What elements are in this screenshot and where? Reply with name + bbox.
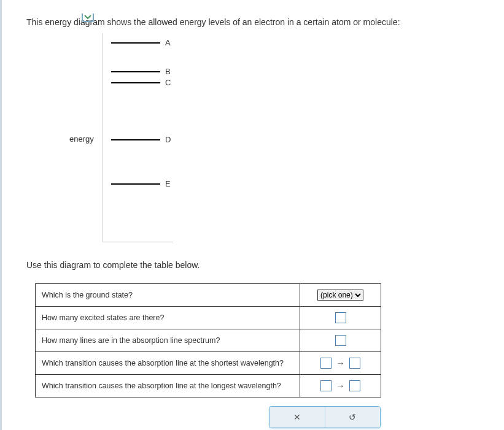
- expand-chevron[interactable]: [82, 13, 94, 22]
- answer-2: [300, 307, 381, 329]
- table-row: Which transition causes the absorption l…: [36, 352, 381, 375]
- close-icon: ✕: [293, 412, 301, 422]
- level-d-line: [111, 139, 160, 140]
- table-row: Which is the ground state? (pick one): [36, 284, 381, 307]
- lines-count-input[interactable]: [335, 335, 346, 346]
- level-a-line: [111, 42, 160, 44]
- level-e-label: E: [165, 179, 171, 188]
- level-c-label: C: [165, 78, 171, 87]
- question-3: How many lines are in the absorption lin…: [36, 329, 300, 352]
- axis-label: energy: [69, 134, 94, 144]
- longest-from-input[interactable]: [320, 380, 331, 391]
- table-row: Which transition causes the absorption l…: [36, 375, 381, 397]
- table-row: How many excited states are there?: [36, 307, 381, 329]
- arrow-icon: →: [336, 358, 345, 368]
- level-a-label: A: [165, 38, 171, 47]
- level-b-label: B: [165, 67, 171, 76]
- table-row: How many lines are in the absorption lin…: [36, 329, 381, 352]
- level-d-label: D: [165, 135, 171, 144]
- answer-1: (pick one): [300, 284, 381, 307]
- shortest-to-input[interactable]: [349, 358, 360, 369]
- level-b-line: [111, 71, 160, 72]
- reset-icon: ↺: [349, 412, 356, 422]
- level-e-line: [111, 183, 160, 185]
- answer-4: →: [300, 352, 381, 375]
- longest-to-input[interactable]: [349, 380, 360, 391]
- question-5: Which transition causes the absorption l…: [36, 375, 300, 397]
- excited-states-input[interactable]: [335, 312, 346, 323]
- action-buttons: ✕ ↺: [269, 406, 381, 428]
- sub-intro-text: Use this diagram to complete the table b…: [26, 260, 479, 270]
- answer-3: [300, 329, 381, 352]
- shortest-from-input[interactable]: [320, 358, 331, 369]
- x-axis: [103, 242, 173, 242]
- ground-state-select[interactable]: (pick one): [317, 290, 363, 301]
- level-c-line: [111, 82, 160, 83]
- question-4: Which transition causes the absorption l…: [36, 352, 300, 375]
- arrow-icon: →: [336, 381, 345, 391]
- close-button[interactable]: ✕: [269, 407, 325, 428]
- reset-button[interactable]: ↺: [325, 407, 381, 428]
- answer-5: →: [300, 375, 381, 397]
- question-2: How many excited states are there?: [36, 307, 300, 329]
- intro-text: This energy diagram shows the allowed en…: [26, 17, 479, 27]
- question-1: Which is the ground state?: [36, 284, 300, 307]
- questions-table: Which is the ground state? (pick one) Ho…: [35, 283, 381, 397]
- y-axis: [103, 33, 103, 242]
- energy-diagram: energy A B C D E: [57, 33, 198, 245]
